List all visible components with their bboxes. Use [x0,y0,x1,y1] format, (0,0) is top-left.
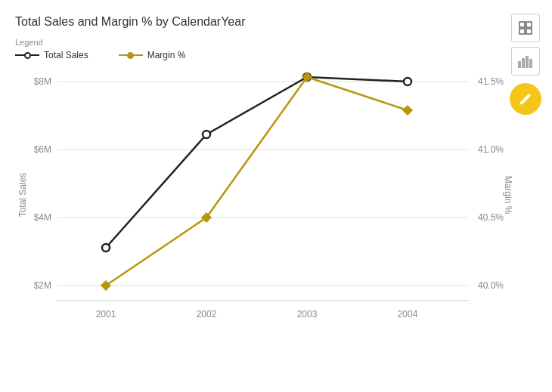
svg-text:$4M: $4M [34,212,51,223]
legend-line-total-sales [15,54,39,56]
legend-line-margin [119,54,143,56]
legend-items: Total Sales Margin % [15,50,544,60]
grid-icon [518,20,533,35]
svg-text:2001: 2001 [96,309,116,319]
ts-dot-2004 [404,78,411,85]
svg-text:2004: 2004 [398,309,418,319]
chart-svg: $8M $6M $4M $2M 41.5% 41.0% 40.5% 40.0% … [15,66,514,346]
mg-dot-2004 [402,105,413,116]
chart-title: Total Sales and Margin % by CalendarYear [15,15,544,29]
svg-text:2003: 2003 [297,309,318,319]
svg-rect-0 [519,22,525,27]
ts-dot-2001 [102,244,110,252]
svg-text:Total Sales: Total Sales [17,173,28,218]
svg-rect-1 [526,22,532,27]
svg-rect-2 [519,29,525,34]
legend-label-margin: Margin % [147,50,186,60]
chart-area: $8M $6M $4M $2M 41.5% 41.0% 40.5% 40.0% … [15,66,544,349]
legend-dot-margin [127,52,134,59]
legend-item-margin: Margin % [119,50,186,60]
svg-rect-3 [526,29,532,34]
legend-label-total-sales: Total Sales [44,50,88,60]
svg-text:$8M: $8M [34,76,51,87]
svg-text:Margin %: Margin % [503,176,513,215]
svg-text:41.5%: 41.5% [478,76,504,87]
ts-dot-2002 [203,131,210,138]
legend-label: Legend [15,38,544,47]
legend-dot-total-sales [24,52,31,59]
legend-item-total-sales: Total Sales [15,50,88,60]
svg-text:2002: 2002 [197,309,217,319]
svg-text:40.0%: 40.0% [478,280,504,291]
chart-container: Total Sales and Margin % by CalendarYear [0,0,552,392]
legend-area: Legend Total Sales Margin % [15,38,544,60]
svg-text:41.0%: 41.0% [478,144,504,155]
grid-view-button[interactable] [511,14,540,42]
svg-text:$6M: $6M [34,144,51,155]
mg-dot-2001 [101,280,111,291]
svg-text:40.5%: 40.5% [478,212,504,223]
svg-text:$2M: $2M [34,280,51,291]
